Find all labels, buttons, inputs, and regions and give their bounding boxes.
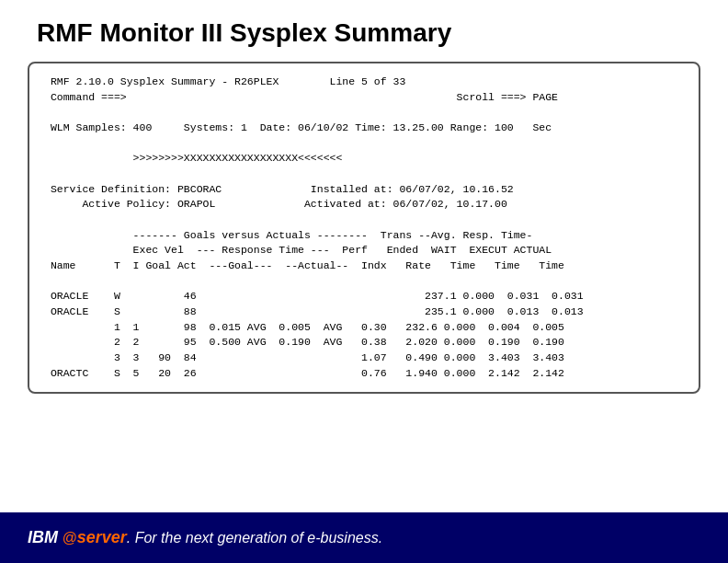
terminal-line-1: RMF 2.10.0 Sysplex Summary - R26PLEX Lin… (44, 75, 684, 90)
ibm-text: IBM (28, 528, 58, 546)
terminal-line-11: ------- Goals versus Actuals -------- Tr… (44, 228, 684, 244)
terminal-line-19: 3 3 90 84 1.07 0.490 0.000 3.403 3.403 (44, 350, 684, 366)
terminal-line-18: 2 2 95 0.500 AVG 0.190 AVG 0.38 2.020 0.… (44, 335, 684, 350)
page-title: RMF Monitor III Sysplex Summary (0, 0, 728, 62)
bottom-banner: IBM @server. For the next generation of … (0, 512, 728, 563)
terminal-container: RMF 2.10.0 Sysplex Summary - R26PLEX Lin… (28, 62, 700, 394)
terminal-line-10 (44, 213, 684, 228)
terminal-line-2: Command ===> Scroll ===> PAGE (44, 90, 684, 106)
terminal-line-9: Active Policy: ORAPOL Activated at: 06/0… (44, 197, 684, 213)
terminal-line-14 (44, 274, 684, 290)
terminal-line-13: Name T I Goal Act ---Goal--- --Actual-- … (44, 259, 684, 274)
terminal-line-8: Service Definition: PBCORAC Installed at… (44, 182, 684, 198)
banner-text: IBM @server. For the next generation of … (28, 528, 382, 547)
banner-tagline: . For the next generation of e-business. (127, 530, 382, 546)
terminal-line-4: WLM Samples: 400 Systems: 1 Date: 06/10/… (44, 121, 684, 136)
terminal-line-20: ORACTC S 5 20 26 0.76 1.940 0.000 2.142 … (44, 366, 684, 382)
terminal-line-15: ORACLE W 46 237.1 0.000 0.031 0.031 (44, 289, 684, 304)
at-symbol: @ (62, 530, 76, 546)
terminal-line-16: ORACLE S 88 235.1 0.000 0.013 0.013 (44, 304, 684, 320)
terminal-line-6: >>>>>>>>XXXXXXXXXXXXXXXXXX<<<<<<< (44, 151, 684, 167)
terminal-line-5 (44, 136, 684, 152)
terminal-line-12: Exec Vel --- Response Time --- Perf Ende… (44, 243, 684, 259)
terminal-line-7 (44, 167, 684, 182)
terminal-line-3 (44, 105, 684, 121)
eserver-text: server (77, 528, 127, 546)
terminal-line-17: 1 1 98 0.015 AVG 0.005 AVG 0.30 232.6 0.… (44, 320, 684, 336)
